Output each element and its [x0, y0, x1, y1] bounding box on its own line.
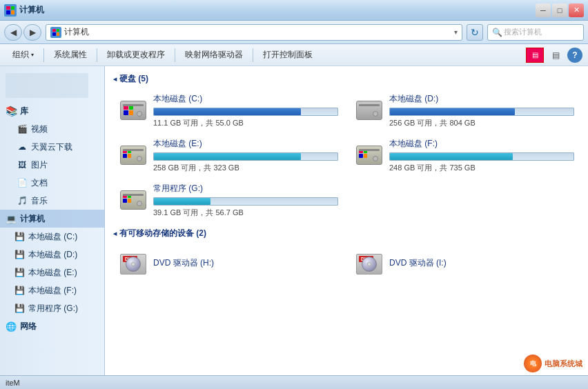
watermark-text: 电脑系统城 [545, 359, 582, 369]
view-button[interactable]: ▤ [547, 46, 565, 64]
navbar: ◀ ▶ 计算机 ▾ ↻ 🔍 搜索计算机 [0, 21, 588, 44]
sidebar-drive-d-label: 本地磁盘 (D:) [28, 249, 77, 261]
back-button[interactable]: ◀ [4, 24, 22, 41]
sidebar-item-cloud[interactable]: ☁ 天翼云下载 [0, 138, 104, 156]
drive-e-icon-container [119, 141, 148, 170]
maximize-button[interactable]: □ [552, 3, 567, 17]
drive-d-bar-fill [390, 108, 515, 115]
titlebar: 计算机 ─ □ ✕ [0, 0, 588, 21]
refresh-button[interactable]: ↻ [467, 24, 483, 41]
window-icon [4, 4, 17, 17]
properties-button[interactable]: 系统属性 [47, 46, 94, 65]
properties-label: 系统属性 [54, 49, 87, 61]
drive-e-name: 本地磁盘 (E:) [153, 138, 338, 150]
drive-f-size: 248 GB 可用，共 735 GB [389, 163, 574, 173]
removable-section: 有可移动存储的设备 (2) DVD [110, 228, 582, 283]
drive-f-bar-fill [390, 153, 513, 160]
control-panel-label: 打开控制面板 [263, 49, 313, 61]
drive-f-info: 本地磁盘 (F:) 248 GB 可用，共 735 GB [389, 138, 574, 173]
drive-item-f[interactable]: 本地磁盘 (F:) 248 GB 可用，共 735 GB [351, 135, 578, 176]
drive-g-info: 常用程序 (G:) 39.1 GB 可用，共 56.7 GB [153, 183, 338, 218]
drive-f-name: 本地磁盘 (F:) [389, 138, 574, 150]
dvd-h-icon: DVD [119, 250, 148, 279]
disk-e-icon: 💾 [14, 267, 25, 278]
drive-item-g[interactable]: 常用程序 (G:) 39.1 GB 可用，共 56.7 GB [115, 180, 342, 221]
address-bar[interactable]: 计算机 ▾ [46, 24, 462, 41]
sidebar-item-documents[interactable]: 📄 文档 [0, 174, 104, 192]
sidebar-drive-g-label: 常用程序 (G:) [28, 303, 78, 315]
organize-button[interactable]: 组织 ▾ [6, 46, 41, 65]
map-drive-button[interactable]: 映射网络驱动器 [178, 46, 250, 65]
toolbar-right: ▤ ▤ ? [526, 46, 582, 64]
disk-f-icon: 💾 [14, 285, 25, 296]
address-dropdown-arrow[interactable]: ▾ [454, 28, 458, 36]
uninstall-label: 卸载或更改程序 [107, 49, 165, 61]
drive-f-bar-bg [389, 152, 574, 161]
statusbar: iteM [0, 375, 588, 389]
sidebar-item-drive-c[interactable]: 💾 本地磁盘 (C:) [0, 228, 104, 246]
sidebar-item-network[interactable]: 🌐 网络 [0, 317, 104, 335]
dvd-i-name: DVD 驱动器 (I:) [389, 257, 447, 269]
dvd-i-info: DVD 驱动器 (I:) [389, 257, 447, 272]
drive-e-info: 本地磁盘 (E:) 258 GB 可用，共 323 GB [153, 138, 338, 173]
minimize-button[interactable]: ─ [536, 3, 551, 17]
hard-disk-title: 硬盘 (5) [113, 73, 582, 85]
sidebar: 📚 库 🎬 视频 ☁ 天翼云下载 🖼 图片 📄 文档 🎵 音乐 💻 计算机 [0, 66, 105, 375]
sidebar-item-pictures[interactable]: 🖼 图片 [0, 156, 104, 174]
organize-arrow[interactable]: ▾ [31, 52, 34, 58]
uninstall-button[interactable]: 卸载或更改程序 [100, 46, 172, 65]
sidebar-item-video[interactable]: 🎬 视频 [0, 120, 104, 138]
drive-grid: 本地磁盘 (C:) 11.1 GB 可用，共 55.0 GB [110, 90, 582, 221]
close-button[interactable]: ✕ [569, 3, 584, 17]
control-panel-button[interactable]: 打开控制面板 [256, 46, 320, 65]
drive-g-bar-bg [153, 197, 338, 206]
sidebar-item-music[interactable]: 🎵 音乐 [0, 192, 104, 210]
watermark-logo: 电 [524, 355, 542, 372]
watermark: 电 电脑系统城 [524, 355, 582, 372]
sidebar-drive-f-label: 本地磁盘 (F:) [28, 285, 77, 297]
forward-button[interactable]: ▶ [23, 24, 41, 41]
drive-d-hdd-icon [356, 101, 382, 121]
sidebar-music-label: 音乐 [31, 195, 48, 207]
sidebar-item-drive-d[interactable]: 💾 本地磁盘 (D:) [0, 246, 104, 263]
drive-d-bar-bg [389, 108, 574, 116]
removable-item-h[interactable]: DVD DVD 驱动器 (H:) [115, 245, 342, 283]
drive-item-d[interactable]: 本地磁盘 (D:) 256 GB 可用，共 804 GB [351, 90, 578, 131]
drive-item-c[interactable]: 本地磁盘 (C:) 11.1 GB 可用，共 55.0 GB [115, 90, 342, 131]
map-drive-label: 映射网络驱动器 [185, 49, 243, 61]
titlebar-controls: ─ □ ✕ [536, 3, 584, 17]
sidebar-documents-label: 文档 [31, 177, 48, 189]
drive-c-name: 本地磁盘 (C:) [153, 93, 338, 105]
window-title: 计算机 [19, 4, 44, 16]
sidebar-cloud-label: 天翼云下载 [31, 141, 72, 153]
search-bar[interactable]: 🔍 搜索计算机 [487, 24, 584, 41]
drive-c-bar-fill [154, 108, 301, 115]
content-area: 硬盘 (5) [105, 66, 588, 375]
sidebar-item-drive-f[interactable]: 💾 本地磁盘 (F:) [0, 281, 104, 299]
sidebar-item-library[interactable]: 📚 库 [0, 102, 104, 120]
sidebar-item-computer[interactable]: 💻 计算机 [0, 210, 104, 228]
address-text: 计算机 [64, 26, 451, 38]
sidebar-video-label: 视频 [31, 123, 48, 135]
sidebar-item-drive-g[interactable]: 💾 常用程序 (G:) [0, 299, 104, 317]
drive-c-bar-bg [153, 108, 338, 116]
main-layout: 📚 库 🎬 视频 ☁ 天翼云下载 🖼 图片 📄 文档 🎵 音乐 💻 计算机 [0, 66, 588, 375]
sidebar-drive-c-label: 本地磁盘 (C:) [28, 231, 77, 243]
sidebar-item-drive-e[interactable]: 💾 本地磁盘 (E:) [0, 263, 104, 281]
disk-c-icon: 💾 [14, 231, 25, 242]
drive-item-e[interactable]: 本地磁盘 (E:) 258 GB 可用，共 323 GB [115, 135, 342, 176]
drive-e-hdd-icon [120, 146, 146, 166]
view-toggle-button[interactable]: ▤ [526, 48, 544, 63]
address-icon [50, 27, 61, 38]
removable-title: 有可移动存储的设备 (2) [113, 228, 582, 239]
help-button[interactable]: ? [567, 48, 582, 63]
sidebar-library-label: 库 [20, 106, 28, 117]
library-icon: 📚 [6, 106, 17, 117]
drive-g-size: 39.1 GB 可用，共 56.7 GB [153, 208, 338, 218]
drive-c-size: 11.1 GB 可用，共 55.0 GB [153, 118, 338, 128]
drive-c-info: 本地磁盘 (C:) 11.1 GB 可用，共 55.0 GB [153, 93, 338, 128]
pictures-icon: 🖼 [17, 159, 28, 170]
removable-item-i[interactable]: DVD DVD 驱动器 (I:) [351, 245, 578, 283]
drive-f-icon-container [355, 141, 384, 170]
sidebar-placeholder [6, 73, 88, 98]
